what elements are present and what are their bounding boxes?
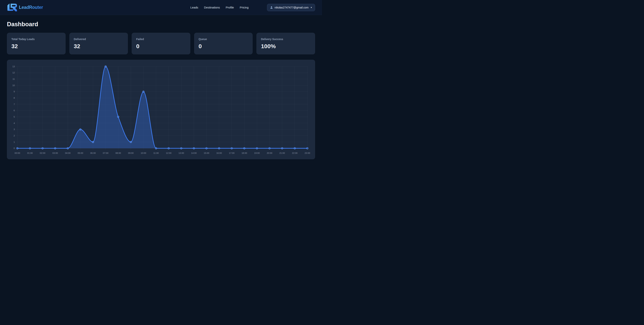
stat-card-delivery-success: Delivery Success 100% <box>256 33 315 54</box>
stat-label: Total Today Leads <box>12 38 61 41</box>
y-tick-label: 5 <box>14 116 15 118</box>
x-tick-label: 12:00 <box>166 152 172 154</box>
y-tick-label: 4 <box>14 122 15 124</box>
y-tick-label: 7 <box>14 103 15 106</box>
x-tick-label: 03:00 <box>52 152 58 154</box>
x-tick-label: 18:00 <box>242 152 247 154</box>
nav-item-pricing[interactable]: Pricing <box>240 6 248 9</box>
x-tick-label: 11:00 <box>153 152 159 154</box>
x-tick-label: 06:00 <box>90 152 96 154</box>
stat-card-delivered: Delivered 32 <box>70 33 128 54</box>
nav-item-leads[interactable]: Leads <box>190 6 198 9</box>
x-tick-label: 13:00 <box>178 152 184 154</box>
x-tick-label: 02:00 <box>40 152 45 154</box>
dashboard-page: Dashboard Total Today Leads 32 Delivered… <box>0 21 322 159</box>
brand-name: LeadRouter <box>19 5 43 10</box>
y-tick-label: 1 <box>14 141 15 143</box>
nav-item-destinations[interactable]: Destinations <box>204 6 220 9</box>
stat-value: 0 <box>136 43 186 50</box>
stat-card-queue: Queue 0 <box>194 33 253 54</box>
x-tick-label: 23:00 <box>305 152 310 154</box>
x-tick-label: 14:00 <box>191 152 197 154</box>
stat-label: Queue <box>198 38 248 41</box>
stat-cards-row: Total Today Leads 32 Delivered 32 Failed… <box>7 33 315 54</box>
x-tick-label: 08:00 <box>116 152 121 154</box>
stat-value: 0 <box>198 43 248 50</box>
stat-card-failed: Failed 0 <box>132 33 190 54</box>
x-tick-label: 20:00 <box>267 152 272 154</box>
x-tick-label: 09:00 <box>128 152 134 154</box>
y-tick-label: 2 <box>14 134 15 137</box>
y-tick-label: 10 <box>12 84 15 86</box>
stat-value: 32 <box>74 43 124 50</box>
x-tick-label: 00:00 <box>15 152 20 154</box>
series-area-fill <box>17 66 307 148</box>
nav-item-profile[interactable]: Profile <box>226 6 234 9</box>
x-tick-label: 05:00 <box>78 152 83 154</box>
y-tick-label: 9 <box>14 90 15 93</box>
y-tick-label: 12 <box>12 72 15 74</box>
x-tick-label: 01:00 <box>27 152 33 154</box>
y-tick-label: 8 <box>14 97 15 99</box>
stat-card-total-today-leads: Total Today Leads 32 <box>7 33 66 54</box>
user-menu-button[interactable]: nikolas2747477@gmail.com ▼ <box>267 4 315 11</box>
leads-chart-panel: 01234567891011121300:0001:0002:0003:0004… <box>7 60 315 159</box>
x-tick-label: 19:00 <box>254 152 260 154</box>
y-tick-label: 0 <box>14 147 15 150</box>
chevron-down-icon: ▼ <box>310 6 312 8</box>
brand[interactable]: LeadRouter <box>7 4 43 11</box>
stat-label: Delivery Success <box>261 38 310 41</box>
y-tick-label: 3 <box>14 128 15 130</box>
x-tick-label: 16:00 <box>216 152 222 154</box>
y-tick-label: 13 <box>12 65 15 68</box>
x-tick-label: 10:00 <box>141 152 146 154</box>
leads-area-chart: 01234567891011121300:0001:0002:0003:0004… <box>7 60 315 159</box>
x-tick-label: 21:00 <box>280 152 285 154</box>
y-tick-label: 11 <box>12 78 15 80</box>
y-tick-label: 6 <box>14 109 15 112</box>
x-tick-label: 04:00 <box>65 152 70 154</box>
stat-value: 100% <box>261 43 310 50</box>
user-icon <box>270 6 273 9</box>
series-line <box>17 66 307 148</box>
page-title: Dashboard <box>7 21 315 28</box>
user-email: nikolas2747477@gmail.com <box>274 6 308 9</box>
x-tick-label: 15:00 <box>204 152 210 154</box>
stat-label: Delivered <box>74 38 124 41</box>
stat-label: Failed <box>136 38 186 41</box>
x-tick-label: 07:00 <box>103 152 108 154</box>
main-nav: Leads Destinations Profile Pricing <box>190 6 248 9</box>
leadrouter-logo-icon <box>7 4 17 11</box>
x-tick-label: 17:00 <box>229 152 234 154</box>
top-nav-bar: LeadRouter Leads Destinations Profile Pr… <box>0 0 322 15</box>
x-tick-label: 22:00 <box>292 152 298 154</box>
stat-value: 32 <box>12 43 61 50</box>
